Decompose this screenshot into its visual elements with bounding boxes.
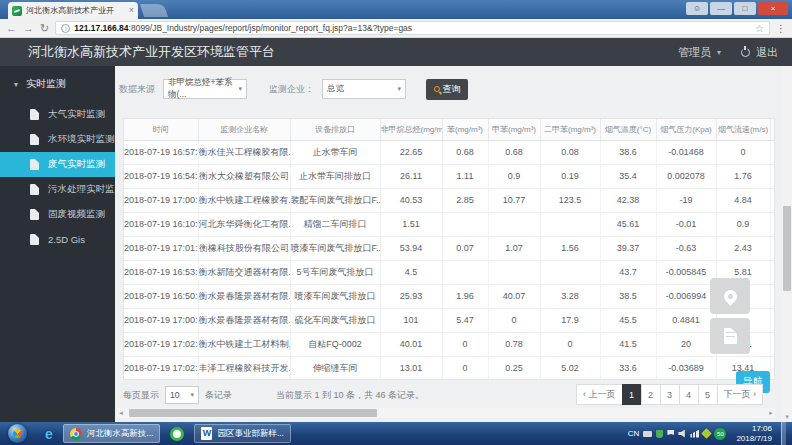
- sidebar-item[interactable]: 污水处理实时监测: [0, 177, 115, 202]
- scroll-left-icon[interactable]: ◂: [117, 409, 125, 417]
- sidebar-group-realtime[interactable]: ▾ 实时监测: [0, 72, 115, 96]
- user-menu[interactable]: 管理员: [678, 45, 711, 60]
- horizontal-scroll-track[interactable]: [125, 408, 767, 418]
- chevron-down-icon: ▾: [14, 80, 18, 89]
- page-number-button[interactable]: 2: [641, 384, 661, 405]
- page-info-icon[interactable]: i: [61, 24, 70, 33]
- cell-temperature: 39.37: [600, 236, 656, 260]
- page-number-button[interactable]: 5: [698, 384, 718, 405]
- cell-temperature: 43.7: [600, 260, 656, 284]
- next-page-button[interactable]: 下一页 ›: [717, 384, 764, 405]
- table-row[interactable]: 2018-07-19 16:10:04 河北东华舜衡化工有限... 精馏二车间排…: [124, 212, 775, 236]
- page-number-button[interactable]: 4: [679, 384, 699, 405]
- prev-page-button[interactable]: ‹ 上一页: [576, 384, 623, 405]
- browser-menu-icon[interactable]: ⋮: [776, 23, 786, 34]
- horizontal-scrollbar[interactable]: ◂ ▸: [117, 408, 775, 418]
- cell-temperature: 38.5: [600, 284, 656, 308]
- cell-toluene: 0.25: [488, 356, 540, 380]
- table-row[interactable]: 2018-07-19 17:00:29 衡水景春隆景器材有限... 硫化车间废气…: [124, 308, 775, 332]
- table-row[interactable]: 2018-07-19 17:02:17 丰泽工程橡胶科技开发... 伸缩缝车间 …: [124, 356, 775, 380]
- vertical-scroll-thumb[interactable]: [783, 206, 791, 291]
- cell-benzene: 0: [442, 356, 488, 380]
- logout-button[interactable]: 退出: [756, 45, 778, 60]
- table-row[interactable]: 2018-07-19 16:53:29 衡水新陆交通器材有限... 5号车间废气…: [124, 260, 775, 284]
- chevron-down-icon: ▾: [717, 48, 721, 57]
- table-row[interactable]: 2018-07-19 17:01:16 衡橡科技股份有限公司 喷漆车间废气排放口…: [124, 236, 775, 260]
- language-indicator[interactable]: CN: [628, 429, 640, 438]
- scroll-down-icon[interactable]: ▾: [782, 413, 792, 421]
- cell-flow: 0.9: [716, 212, 770, 236]
- sidebar: ▾ 实时监测 大气实时监测 水环境实时监测 废气实时监测: [0, 66, 115, 422]
- cell-xylene: 3.28: [540, 284, 600, 308]
- browser-360-icon[interactable]: [170, 427, 184, 441]
- map-locate-button[interactable]: [710, 278, 750, 314]
- document-icon: [30, 209, 39, 220]
- sidebar-item[interactable]: 固废视频监测: [0, 202, 115, 227]
- cell-benzene: 2.85: [442, 188, 488, 212]
- cell-time: 2018-07-19 16:54:10: [124, 164, 198, 188]
- report-button[interactable]: [710, 318, 750, 354]
- new-tab-button[interactable]: [140, 4, 168, 17]
- cell-toluene: 40.07: [488, 284, 540, 308]
- cell-time: 2018-07-19 17:02:17: [124, 356, 198, 380]
- page-number-button[interactable]: 3: [660, 384, 680, 405]
- cell-extra: [770, 356, 775, 380]
- table-row[interactable]: 2018-07-19 16:54:10 衡水大众橡塑有限公司 止水带车间排放口 …: [124, 164, 775, 188]
- ie-icon[interactable]: e: [45, 426, 53, 442]
- scroll-right-icon[interactable]: ▸: [767, 409, 775, 417]
- profile-icon[interactable]: ☺: [686, 2, 708, 15]
- back-icon[interactable]: ←: [6, 23, 17, 34]
- keyboard-icon[interactable]: [643, 431, 652, 437]
- browser-tab[interactable]: 河北衡水高新技术产业开 ×: [8, 2, 138, 19]
- action-center-flag-icon[interactable]: [667, 430, 674, 438]
- taskbar-chrome-window[interactable]: 河北衡水高新技...: [63, 424, 161, 443]
- search-button[interactable]: 查询: [426, 79, 468, 100]
- enterprise-select[interactable]: 总览 ▾: [322, 79, 406, 99]
- sidebar-item[interactable]: 水环境实时监测: [0, 127, 115, 152]
- table-footer: 每页显示 10 ▾ 条记录 当前显示 1 到 10 条，共 46 条记录。 ‹ …: [123, 384, 775, 406]
- table-row[interactable]: 2018-07-19 16:50:40 衡水景春隆景器材有限... 喷漆车间废气…: [124, 284, 775, 308]
- page-number-button[interactable]: 1: [622, 384, 642, 405]
- table-row[interactable]: 2018-07-19 17:02:41 衡水中铁建土工材料制... 自粘FQ-0…: [124, 332, 775, 356]
- sidebar-item[interactable]: 2.5D Gis: [0, 227, 115, 252]
- enterprise-label: 监测企业：: [269, 83, 314, 96]
- sidebar-item-label: 2.5D Gis: [48, 234, 85, 245]
- cell-company: 丰泽工程橡胶科技开发...: [198, 356, 290, 380]
- tab-close-icon[interactable]: ×: [129, 6, 134, 15]
- page-size-select[interactable]: 10 ▾: [165, 386, 199, 404]
- cell-pressure: -19: [656, 188, 716, 212]
- close-button[interactable]: ×: [758, 2, 788, 15]
- taskbar-clock[interactable]: 17:06 2018/7/19: [736, 424, 772, 444]
- bookmark-star-icon[interactable]: ☆: [755, 23, 764, 34]
- horizontal-scroll-thumb[interactable]: [129, 409, 377, 417]
- reload-icon[interactable]: ↻: [40, 23, 49, 34]
- table-row[interactable]: 2018-07-19 17:00:28 衡水中铁建工程橡胶有... 装配车间废气…: [124, 188, 775, 212]
- window-controls: ☺ — □ ×: [686, 2, 788, 15]
- cell-toluene: [488, 212, 540, 236]
- cell-time: 2018-07-19 16:57:43: [124, 140, 198, 164]
- table-header-cell: 监测企业名称: [198, 119, 290, 140]
- data-source-select[interactable]: 非甲烷总烃+苯系物(... ▾: [163, 79, 247, 99]
- address-bar[interactable]: i 121.17.166.84:8099/JB_Industry/pages/r…: [55, 21, 770, 35]
- forward-icon[interactable]: →: [23, 23, 34, 34]
- cell-temperature: 38.6: [600, 140, 656, 164]
- volume-icon[interactable]: [678, 430, 686, 438]
- cell-toluene: 1.07: [488, 236, 540, 260]
- cell-benzene: 1.96: [442, 284, 488, 308]
- safety-icon[interactable]: [702, 429, 712, 439]
- cell-pressure: 0.002078: [656, 164, 716, 188]
- show-desktop-button[interactable]: [781, 422, 786, 445]
- table-row[interactable]: 2018-07-19 16:57:43 衡水佳兴工程橡胶有限... 止水带车间 …: [124, 140, 775, 164]
- taskbar-word-window[interactable]: W 园区事业部新样...: [194, 424, 291, 443]
- maximize-button[interactable]: □: [734, 2, 756, 15]
- sidebar-item[interactable]: 大气实时监测: [0, 102, 115, 127]
- start-button[interactable]: [8, 424, 27, 443]
- minimize-button[interactable]: —: [710, 2, 732, 15]
- cell-xylene: 1.56: [540, 236, 600, 260]
- sidebar-item-label: 废气实时监测: [48, 158, 105, 171]
- score-badge-icon[interactable]: 50: [714, 428, 726, 440]
- sidebar-item[interactable]: 废气实时监测: [0, 152, 115, 177]
- shield-icon[interactable]: [656, 430, 663, 438]
- network-icon[interactable]: [690, 430, 699, 438]
- vertical-scrollbar[interactable]: ▾: [782, 66, 792, 422]
